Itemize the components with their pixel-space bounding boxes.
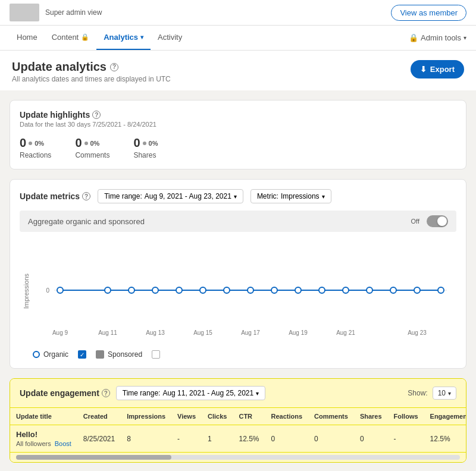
svg-text:Aug 15: Aug 15 [193,329,212,336]
organic-circle-icon [33,351,40,358]
main-content: Update highlights ? Data for the last 30… [0,90,476,471]
metrics-header: Update metrics ? Time range: Aug 9, 2021… [20,189,456,203]
engagement-header: Update engagement ? Time range: Aug 11, … [10,379,466,407]
svg-text:Aug 17: Aug 17 [241,329,260,336]
admin-tools-menu[interactable]: 🔒 Admin tools ▾ [409,33,466,42]
engagement-table: Update title Created Impressions Views C… [10,407,466,452]
svg-text:Aug 9: Aug 9 [52,329,68,336]
svg-text:Aug 23: Aug 23 [408,329,427,336]
col-impressions: Impressions [121,408,171,425]
cell-clicks: 1 [202,425,233,453]
y-axis-label: Impressions [23,274,30,309]
cell-views: - [171,425,202,453]
svg-text:Aug 11: Aug 11 [98,329,117,336]
metrics-title: Update metrics ? [20,191,90,201]
col-views: Views [171,408,202,425]
svg-point-5 [152,287,158,293]
col-shares: Shares [354,408,388,425]
top-bar-left: Super admin view [10,4,102,21]
highlights-card: Update highlights ? Data for the last 30… [10,100,466,169]
dot-icon [84,142,88,145]
engagement-table-wrapper[interactable]: Update title Created Impressions Views C… [10,407,466,452]
svg-point-13 [343,287,349,293]
time-range-label: Time range: [104,192,142,200]
col-engagement-rate: Engagement rate [424,408,466,425]
time-range-value: Aug 9, 2021 - Aug 23, 2021 [145,192,231,200]
admin-tools-chevron-icon: ▾ [464,34,466,41]
chart-legend: Organic ✓ Sponsored [33,350,456,359]
svg-text:0: 0 [46,287,49,294]
cell-shares: 0 [354,425,388,453]
svg-point-4 [129,287,134,293]
sponsored-square-icon [96,350,104,359]
reactions-metric: 0 0% Reactions [20,136,51,159]
super-admin-badge: Super admin view [45,8,102,17]
time-range-chevron-icon: ▾ [234,193,237,200]
svg-point-16 [414,287,420,293]
aggregate-bar: Aggregate organic and sponsored Off [20,211,456,232]
nav-item-analytics[interactable]: Analytics ▾ [96,26,151,50]
comments-metric: 0 0% Comments [75,136,109,159]
cell-ctr: 12.5% [233,425,265,453]
scroll-thumb[interactable] [16,455,171,460]
show-count-dropdown[interactable]: 10 ▾ [433,387,456,400]
dot-icon [29,142,32,145]
svg-text:Aug 21: Aug 21 [336,329,355,336]
lock-icon: 🔒 [81,33,89,41]
dot-icon [143,142,146,145]
engagement-info-icon[interactable]: ? [102,389,110,397]
aggregate-toggle[interactable] [427,215,448,227]
chart-container: Impressions 0 [20,237,456,346]
show-count-chevron-icon: ▾ [448,390,451,397]
nav-item-home[interactable]: Home [10,26,45,50]
page-title-info-icon[interactable]: ? [110,63,118,71]
svg-point-2 [57,287,63,293]
nav-left: Home Content 🔒 Analytics ▾ Activity [10,26,189,50]
col-update-title: Update title [10,408,77,425]
metric-value: Impressions [281,192,320,200]
engagement-time-range-dropdown[interactable]: Time range: Aug 11, 2021 - Aug 25, 2021 … [116,386,265,400]
metrics-info-icon[interactable]: ? [82,192,90,200]
company-logo [10,4,39,21]
cell-update-title: Hello! All followers Boost [10,425,77,453]
svg-point-14 [367,287,372,293]
svg-point-10 [271,287,277,293]
col-created: Created [77,408,121,425]
time-range-dropdown[interactable]: Time range: Aug 9, 2021 - Aug 23, 2021 ▾ [98,189,243,203]
update-tags: All followers Boost [16,440,71,447]
chart-svg: 0 [33,237,456,344]
y-axis-label-container: Impressions [20,237,33,346]
svg-point-7 [200,287,206,293]
col-follows: Follows [388,408,424,425]
page-title: Update analytics ? [12,60,171,74]
metric-chevron-icon: ▾ [322,193,325,200]
shares-metric: 0 0% Shares [133,136,158,159]
engagement-right: Show: 10 ▾ [408,387,456,400]
legend-sponsored: Sponsored [96,350,142,359]
table-scrollbar-area [10,452,466,462]
chevron-down-icon: ▾ [140,34,143,40]
highlights-info-icon[interactable]: ? [92,111,101,119]
svg-point-8 [224,287,230,293]
top-bar: Super admin view View as member [0,0,476,26]
view-as-member-button[interactable]: View as member [391,5,466,21]
engagement-card: Update engagement ? Time range: Aug 11, … [10,378,466,463]
cell-reactions: 0 [265,425,308,453]
metric-dropdown[interactable]: Metric: Impressions ▾ [250,189,331,203]
nav-item-content[interactable]: Content 🔒 [45,26,97,50]
svg-text:Aug 19: Aug 19 [289,329,308,336]
nav-item-activity[interactable]: Activity [151,26,189,50]
cell-follows: - [388,425,424,453]
cell-engagement-rate: 12.5% [424,425,466,453]
svg-point-15 [390,287,396,293]
sponsored-check-empty-icon[interactable] [152,350,160,359]
organic-check-icon[interactable]: ✓ [78,350,86,359]
svg-point-12 [319,287,325,293]
update-metrics-card: Update metrics ? Time range: Aug 9, 2021… [10,179,466,369]
export-button[interactable]: ⬇ Export [411,60,464,78]
scroll-track[interactable] [16,455,460,460]
metric-label: Metric: [257,192,278,200]
svg-point-3 [105,287,111,293]
chart-inner: 0 [33,237,456,346]
svg-point-9 [248,287,253,293]
